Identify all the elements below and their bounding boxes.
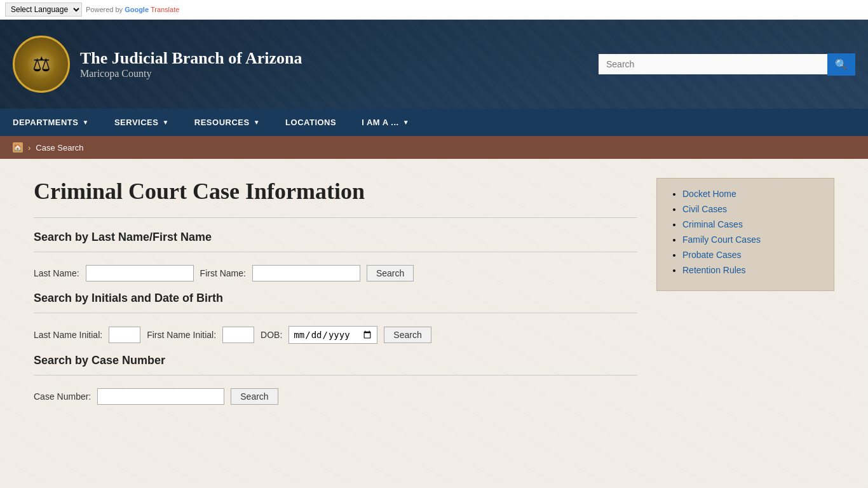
home-icon[interactable]: 🏠: [13, 142, 23, 152]
header-title: The Judicial Branch of Arizona Maricopa …: [80, 49, 588, 79]
family-court-cases-link[interactable]: Family Court Cases: [682, 234, 761, 245]
first-name-input[interactable]: [252, 265, 360, 281]
criminal-cases-link[interactable]: Criminal Cases: [682, 219, 743, 229]
name-search-row: Last Name: First Name: Search: [34, 265, 637, 281]
header-search-button[interactable]: 🔍: [827, 53, 855, 76]
civil-cases-link[interactable]: Civil Cases: [682, 204, 727, 214]
case-number-label: Case Number:: [34, 391, 91, 402]
header-search: 🔍: [599, 53, 855, 76]
header-search-input[interactable]: [599, 54, 827, 74]
sidebar-item-retention-rules: Retention Rules: [682, 265, 821, 275]
page-title: Criminal Court Case Information: [34, 178, 637, 205]
nav-resources[interactable]: RESOURCES ▼: [182, 109, 273, 136]
name-search-button[interactable]: Search: [367, 265, 414, 281]
services-arrow: ▼: [162, 119, 168, 126]
main-nav: DEPARTMENTS ▼ SERVICES ▼ RESOURCES ▼ LOC…: [0, 109, 868, 136]
search-by-case-title: Search by Case Number: [34, 354, 637, 367]
initials-search-button[interactable]: Search: [384, 327, 431, 343]
breadcrumb-current: Case Search: [36, 143, 83, 152]
site-title: The Judicial Branch of Arizona: [80, 49, 588, 68]
powered-by: Powered by Google Translate: [86, 6, 179, 13]
search-by-initials-section: Search by Initials and Date of Birth Las…: [34, 292, 637, 344]
last-name-input[interactable]: [86, 265, 194, 281]
last-initial-label: Last Name Initial:: [34, 330, 102, 340]
site-subtitle: Maricopa County: [80, 68, 588, 79]
case-number-input[interactable]: [97, 388, 224, 405]
search-by-initials-title: Search by Initials and Date of Birth: [34, 292, 637, 305]
first-initial-input[interactable]: [222, 327, 254, 343]
i-am-a-arrow: ▼: [403, 119, 409, 126]
breadcrumb-separator: ›: [28, 143, 31, 152]
case-search-row: Case Number: Search: [34, 388, 637, 405]
language-select[interactable]: Select Language: [5, 3, 82, 17]
nav-departments[interactable]: DEPARTMENTS ▼: [0, 109, 102, 136]
sidebar-item-docket-home: Docket Home: [682, 189, 821, 199]
nav-i-am-a[interactable]: I AM A ... ▼: [349, 109, 422, 136]
main-content: Criminal Court Case Information Search b…: [21, 159, 847, 434]
search-by-name-section: Search by Last Name/First Name Last Name…: [34, 231, 637, 281]
initials-search-row: Last Name Initial: First Name Initial: D…: [34, 326, 637, 344]
retention-rules-link[interactable]: Retention Rules: [682, 265, 746, 275]
first-initial-label: First Name Initial:: [147, 330, 216, 340]
sidebar-link-list: Docket Home Civil Cases Criminal Cases F…: [670, 189, 821, 275]
sidebar-item-criminal-cases: Criminal Cases: [682, 219, 821, 229]
dob-input[interactable]: [288, 326, 377, 344]
sidebar-box: Docket Home Civil Cases Criminal Cases F…: [656, 178, 834, 291]
content-primary: Criminal Court Case Information Search b…: [34, 178, 637, 415]
name-section-divider: [34, 252, 637, 252]
sidebar-item-probate-cases: Probate Cases: [682, 250, 821, 260]
title-divider: [34, 217, 637, 218]
top-bar: Select Language Powered by Google Transl…: [0, 0, 868, 20]
docket-home-link[interactable]: Docket Home: [682, 189, 736, 199]
search-by-name-title: Search by Last Name/First Name: [34, 231, 637, 244]
logo-seal: ⚖: [13, 36, 70, 93]
nav-locations[interactable]: LOCATIONS: [273, 109, 349, 136]
last-initial-input[interactable]: [109, 327, 140, 343]
search-by-case-section: Search by Case Number Case Number: Searc…: [34, 354, 637, 405]
breadcrumb: 🏠 › Case Search: [0, 136, 868, 159]
case-search-button[interactable]: Search: [231, 388, 278, 405]
last-name-label: Last Name:: [34, 268, 79, 278]
dob-label: DOB:: [261, 330, 282, 340]
sidebar-item-civil-cases: Civil Cases: [682, 204, 821, 214]
site-header: ⚖ The Judicial Branch of Arizona Maricop…: [0, 20, 868, 109]
first-name-label: First Name:: [200, 268, 246, 278]
content-sidebar: Docket Home Civil Cases Criminal Cases F…: [656, 178, 834, 415]
departments-arrow: ▼: [82, 119, 88, 126]
probate-cases-link[interactable]: Probate Cases: [682, 250, 742, 260]
resources-arrow: ▼: [254, 119, 260, 126]
initials-section-divider: [34, 313, 637, 313]
nav-services[interactable]: SERVICES ▼: [102, 109, 182, 136]
case-section-divider: [34, 375, 637, 376]
sidebar-item-family-court: Family Court Cases: [682, 234, 821, 245]
